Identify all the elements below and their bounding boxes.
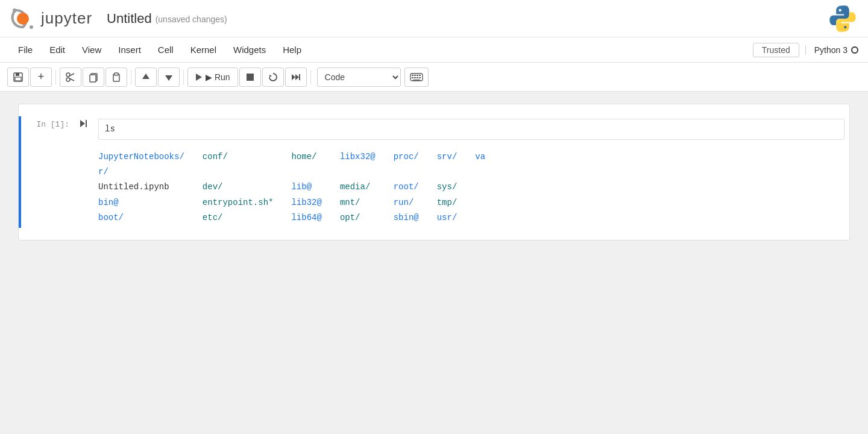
- output-cell: [203, 165, 485, 180]
- svg-rect-19: [247, 74, 254, 81]
- output-cell: bin@: [98, 195, 203, 210]
- kernel-status-circle: [851, 46, 858, 54]
- jupyter-wordmark: jupyter: [41, 9, 92, 28]
- svg-marker-21: [292, 74, 295, 80]
- cut-button[interactable]: [60, 68, 81, 87]
- add-cell-button[interactable]: +: [30, 68, 52, 87]
- move-up-button[interactable]: [135, 68, 157, 87]
- output-cell: boot/: [98, 210, 203, 225]
- svg-marker-22: [295, 74, 299, 80]
- paste-icon: [111, 72, 122, 83]
- svg-rect-29: [412, 77, 414, 78]
- keyboard-shortcuts-button[interactable]: [404, 68, 429, 87]
- toolbar-separator-3: [183, 70, 184, 84]
- python-logo-icon: [827, 3, 858, 34]
- run-button[interactable]: ▶ Run: [187, 68, 238, 87]
- svg-rect-7: [15, 77, 21, 81]
- move-down-button[interactable]: [158, 68, 180, 87]
- code-cell: In [1]: ls JupyterNotebooks/ conf/: [19, 114, 849, 230]
- output-cell: tmp/: [437, 195, 476, 210]
- svg-marker-18: [196, 74, 202, 81]
- fast-forward-button[interactable]: [285, 68, 307, 87]
- output-cell: etc/: [203, 210, 292, 225]
- step-icon: [79, 119, 89, 128]
- save-button[interactable]: [7, 68, 29, 87]
- stop-button[interactable]: [239, 68, 261, 87]
- svg-rect-13: [90, 75, 96, 82]
- menu-edit[interactable]: Edit: [41, 42, 74, 57]
- output-cell: dev/: [203, 180, 292, 195]
- svg-rect-30: [414, 77, 416, 78]
- svg-rect-15: [115, 73, 118, 75]
- run-play-icon: [195, 73, 203, 81]
- menu-bar: File Edit View Insert Cell Kernel Widget…: [0, 37, 868, 63]
- copy-icon: [88, 72, 99, 83]
- output-cell: entrypoint.sh*: [203, 195, 292, 210]
- restart-button[interactable]: [262, 68, 284, 87]
- arrow-down-icon: [163, 72, 174, 83]
- restart-icon: [268, 72, 278, 83]
- menu-cell[interactable]: Cell: [149, 42, 182, 57]
- svg-marker-16: [142, 74, 149, 79]
- svg-rect-31: [417, 77, 418, 78]
- plus-icon: +: [38, 71, 45, 83]
- toolbar-separator-2: [131, 70, 131, 84]
- jupyter-logo-icon: [10, 5, 36, 32]
- output-cell: [475, 210, 485, 225]
- arrow-up-icon: [140, 72, 151, 83]
- svg-rect-25: [412, 75, 414, 76]
- svg-rect-27: [417, 75, 418, 76]
- output-cell: lib@: [291, 180, 339, 195]
- output-cell: va: [475, 149, 485, 165]
- menu-kernel[interactable]: Kernel: [182, 42, 225, 57]
- output-cell: home/: [291, 149, 339, 165]
- keyboard-icon: [410, 73, 423, 81]
- cell-input-code[interactable]: ls: [98, 119, 844, 140]
- output-cell: [475, 195, 485, 210]
- cell-type-dropdown[interactable]: Code Markdown Raw NBConvert: [317, 68, 401, 87]
- output-cell: Untitled.ipynb: [98, 180, 203, 195]
- copy-button[interactable]: [83, 68, 104, 87]
- output-cell: libx32@: [340, 149, 394, 165]
- cell-output-area: JupyterNotebooks/ conf/ home/ libx32@ pr…: [98, 145, 844, 225]
- paste-button[interactable]: [105, 68, 127, 87]
- cell-active-border: [19, 116, 21, 228]
- output-row-3: Untitled.ipynb dev/ lib@ media/ root/ sy…: [98, 180, 485, 195]
- cell-run-icon[interactable]: [74, 116, 93, 133]
- svg-marker-34: [80, 120, 85, 127]
- save-icon: [13, 72, 24, 83]
- svg-point-2: [30, 25, 33, 29]
- logo-area: jupyter: [10, 5, 92, 32]
- menu-widgets[interactable]: Widgets: [225, 42, 274, 57]
- cell-content-area: ls JupyterNotebooks/ conf/ home/ libx32@…: [93, 116, 849, 228]
- run-label: ▶ Run: [206, 72, 230, 82]
- trusted-button[interactable]: Trusted: [753, 43, 799, 57]
- output-cell: [475, 180, 485, 195]
- menu-help[interactable]: Help: [274, 42, 310, 57]
- fast-forward-icon: [291, 72, 301, 83]
- output-cell: root/: [394, 180, 437, 195]
- menu-file[interactable]: File: [10, 42, 41, 57]
- scissors-icon: [65, 72, 76, 83]
- stop-icon: [246, 73, 254, 81]
- kernel-name-label: Python 3: [814, 45, 848, 55]
- cell-container: In [1]: ls JupyterNotebooks/ conf/: [18, 104, 850, 241]
- unsaved-indicator: (unsaved changes): [156, 14, 227, 24]
- toolbar: + ▶ Run: [0, 63, 868, 92]
- svg-marker-20: [269, 75, 272, 77]
- svg-point-1: [13, 8, 16, 12]
- output-cell: proc/: [394, 149, 437, 165]
- output-cell: media/: [340, 180, 394, 195]
- output-cell: lib32@: [291, 195, 339, 210]
- notebook-title[interactable]: Untitled: [107, 11, 152, 27]
- svg-rect-6: [16, 73, 19, 76]
- output-row-4: bin@ entrypoint.sh* lib32@ mnt/ run/ tmp…: [98, 195, 485, 210]
- menu-insert[interactable]: Insert: [110, 42, 149, 57]
- menu-view[interactable]: View: [74, 42, 110, 57]
- top-bar: jupyter Untitled (unsaved changes): [0, 0, 868, 37]
- notebook-area: In [1]: ls JupyterNotebooks/ conf/: [0, 92, 868, 434]
- output-row-2: r/: [98, 165, 485, 180]
- output-cell: sbin@: [394, 210, 437, 225]
- output-row-5: boot/ etc/ lib64@ opt/ sbin@ usr/: [98, 210, 485, 225]
- output-cell: sys/: [437, 180, 476, 195]
